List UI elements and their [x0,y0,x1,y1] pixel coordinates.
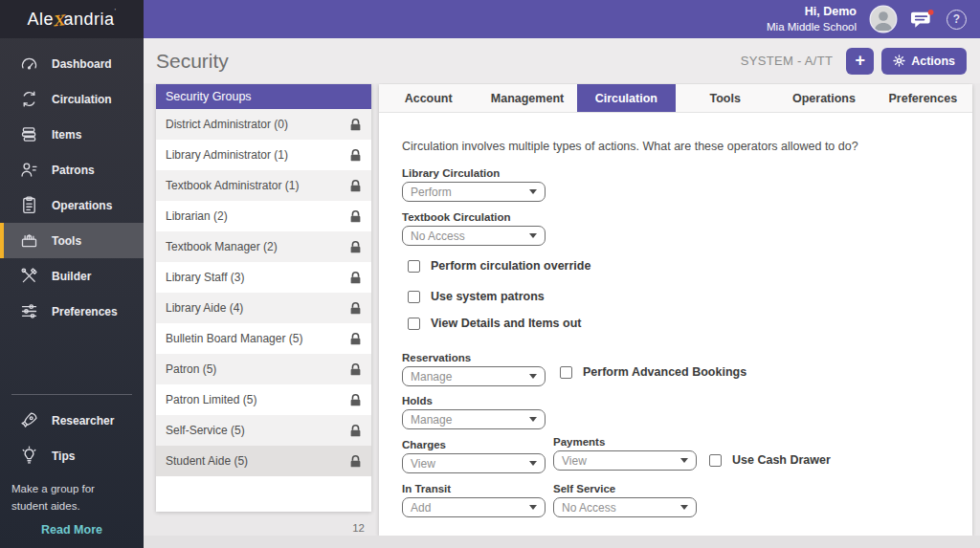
circulation-icon [19,89,39,109]
field-label: Payments [553,436,697,448]
lock-icon [349,179,362,193]
checkbox-box[interactable] [560,366,572,379]
group-name: Patron Limited (5) [166,393,256,406]
checkbox-cash-drawer[interactable]: Use Cash Drawer [709,453,831,467]
sidebar-divider [11,394,132,395]
checkbox-box[interactable] [709,454,722,467]
topbar: Hi, Demo Mia Middle School ? [144,0,980,38]
checkbox-label: Perform Advanced Bookings [583,365,746,379]
tip-promo-text: Make a group for student aides. [0,473,144,517]
gear-icon [893,55,905,67]
group-row-student-aide-5[interactable]: Student Aide (5) [156,446,371,476]
chevron-down-icon [529,374,537,379]
add-button[interactable]: + [846,48,874,75]
checkbox-circulation-override[interactable]: Perform circulation override [408,259,590,273]
lock-icon [349,424,362,438]
tab-preferences[interactable]: Preferences [874,84,972,112]
sidebar-item-researcher[interactable]: Researcher [0,403,144,438]
charges-select[interactable]: View [402,453,546,473]
field-label: Textbook Circulation [402,211,546,223]
tab-tools[interactable]: Tools [676,84,774,112]
holds-select[interactable]: Manage [402,409,546,429]
sidebar-item-builder[interactable]: Builder [0,258,144,294]
group-row-district-administrator-0[interactable]: District Administrator (0) [156,109,371,140]
avatar[interactable] [869,5,898,33]
chevron-down-icon [529,233,537,238]
security-groups-panel: Security Groups District Administrator (… [156,84,371,512]
user-greeting: Hi, Demo [767,4,857,19]
select-value: No Access [411,230,465,243]
select-value: No Access [562,501,616,515]
help-icon[interactable]: ? [947,10,967,30]
actions-button[interactable]: Actions [881,48,967,75]
library-circulation-select[interactable]: Perform [402,182,546,202]
checkbox-label: Perform circulation override [431,259,590,273]
checkbox-label: View Details and Items out [431,317,581,330]
chevron-down-icon [529,417,537,422]
checkbox-box[interactable] [408,260,420,273]
read-more-link[interactable]: Read More [0,517,144,544]
items-icon [19,124,39,144]
tab-operations[interactable]: Operations [774,84,873,112]
actions-button-label: Actions [911,55,955,68]
group-name: Textbook Manager (2) [166,240,278,253]
group-name: Library Administrator (1) [166,148,288,162]
checkbox-view-details[interactable]: View Details and Items out [408,317,581,330]
select-value: View [411,457,435,471]
sidebar-item-items[interactable]: Items [0,117,144,152]
sidebar-item-preferences[interactable]: Preferences [0,294,144,329]
chevron-down-icon [680,505,688,510]
group-row-patron-limited-5[interactable]: Patron Limited (5) [156,384,371,415]
logo-text-pre: Ale [28,10,55,30]
tab-management[interactable]: Management [478,84,576,112]
sidebar-item-circulation[interactable]: Circulation [0,81,144,117]
checkbox-box[interactable] [408,318,420,330]
operations-icon [19,195,39,215]
checkbox-advanced-bookings[interactable]: Perform Advanced Bookings [560,365,746,379]
page-title: Security [156,50,229,73]
field-label: Library Circulation [402,167,546,179]
payments-select[interactable]: View [553,450,697,471]
group-row-textbook-manager-2[interactable]: Textbook Manager (2) [156,231,371,262]
lock-icon [349,209,362,224]
checkbox-system-patrons[interactable]: Use system patrons [408,290,545,303]
tabbar: AccountManagementCirculationToolsOperati… [379,84,972,113]
preferences-icon [19,301,39,321]
groups-count: 12 [156,522,365,534]
group-name: District Administrator (0) [166,118,288,131]
logo-text-post: andria [63,10,114,30]
sidebar-item-label: Items [52,128,81,142]
sidebar-item-operations[interactable]: Operations [0,187,144,223]
field-charges: Charges View [402,439,546,473]
group-row-library-staff-3[interactable]: Library Staff (3) [156,262,371,293]
tab-account[interactable]: Account [379,84,478,112]
field-textbook-circulation: Textbook Circulation No Access [402,211,546,246]
group-row-library-administrator-1[interactable]: Library Administrator (1) [156,140,371,170]
sidebar-item-patrons[interactable]: Patrons [0,152,144,187]
sidebar-item-tools[interactable]: Tools [0,223,144,258]
sidebar-item-tips[interactable]: Tips [0,438,144,473]
messages-icon[interactable] [910,9,934,31]
textbook-circulation-select[interactable]: No Access [402,226,546,246]
reservations-select[interactable]: Manage [402,366,546,386]
lock-icon [349,240,362,254]
group-row-textbook-administrator-1[interactable]: Textbook Administrator (1) [156,170,371,201]
group-row-librarian-2[interactable]: Librarian (2) [156,201,371,231]
lock-icon [349,118,362,132]
self-service-select[interactable]: No Access [553,497,697,517]
sidebar: Alexandria’ DashboardCirculationItemsPat… [0,0,144,548]
sidebar-item-label: Researcher [52,414,114,427]
field-label: Charges [402,439,546,450]
group-row-patron-5[interactable]: Patron (5) [156,354,371,384]
in-transit-select[interactable]: Add [402,497,546,517]
tab-circulation[interactable]: Circulation [577,84,676,112]
sidebar-item-dashboard[interactable]: Dashboard [0,46,144,81]
group-row-library-aide-4[interactable]: Library Aide (4) [156,293,371,323]
select-value: Perform [411,186,452,199]
group-row-self-service-5[interactable]: Self-Service (5) [156,415,371,446]
lock-icon [349,454,362,469]
group-name: Textbook Administrator (1) [166,179,299,192]
group-row-bulletin-board-manager-5[interactable]: Bulletin Board Manager (5) [156,323,371,354]
group-name: Self-Service (5) [166,424,245,437]
checkbox-box[interactable] [408,291,420,303]
